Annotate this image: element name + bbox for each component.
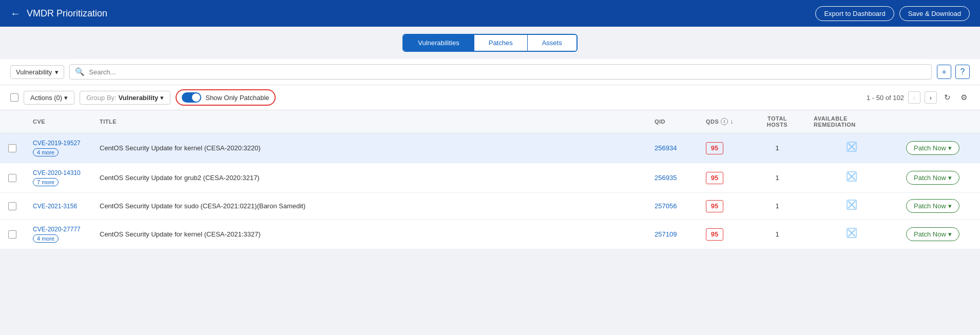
col-check xyxy=(0,110,25,133)
group-by-button[interactable]: Group By: Vulnerability ▾ xyxy=(80,91,170,105)
save-download-button[interactable]: Save & Download xyxy=(899,6,970,21)
cve-link[interactable]: CVE-2020-14310 xyxy=(33,169,83,176)
cve-more-badge[interactable]: 7 more xyxy=(33,178,59,186)
tab-group: Vulnerabilities Patches Assets xyxy=(402,34,577,52)
cve-more-badge[interactable]: 4 more xyxy=(33,148,59,156)
actions-dropdown-button[interactable]: Actions (0) ▾ xyxy=(24,91,74,105)
actions-right: 1 - 50 of 102 ‹ › ↻ ⚙ xyxy=(867,91,970,104)
settings-button[interactable]: ⚙ xyxy=(957,91,970,104)
vulnerability-title: CentOS Security Update for sudo (CESA-20… xyxy=(100,202,305,210)
remediation-icon xyxy=(846,199,857,210)
qid-link[interactable]: 257056 xyxy=(655,202,677,210)
row-checkbox-cell xyxy=(0,193,25,220)
cve-cell: CVE-2020-27777 4 more xyxy=(25,220,91,249)
tab-assets[interactable]: Assets xyxy=(528,35,577,51)
chevron-down-icon: ▾ xyxy=(55,68,59,76)
col-hosts-header: TOTAL HOSTS xyxy=(749,110,805,133)
search-input[interactable] xyxy=(89,68,926,76)
hosts-cell: 1 xyxy=(749,193,805,220)
remediation-cell xyxy=(805,163,898,193)
qds-sort-icon[interactable]: ↓ xyxy=(730,118,734,125)
search-icon: 🔍 xyxy=(75,67,85,76)
qid-cell: 257056 xyxy=(646,193,698,220)
action-cell: Patch Now ▾ xyxy=(898,193,980,220)
table-row: CVE-2019-19527 4 more CentOS Security Up… xyxy=(0,133,980,163)
tab-patches[interactable]: Patches xyxy=(474,35,528,51)
pagination-prev-button[interactable]: ‹ xyxy=(908,91,920,104)
remediation-cell xyxy=(805,133,898,163)
qds-cell: 95 xyxy=(698,220,749,249)
back-arrow-icon[interactable]: ← xyxy=(10,8,21,19)
qid-cell: 257109 xyxy=(646,220,698,249)
qds-badge: 95 xyxy=(706,172,723,184)
action-cell: Patch Now ▾ xyxy=(898,163,980,193)
remediation-icon xyxy=(846,171,857,182)
remediation-icon xyxy=(846,141,857,152)
toggle-label: Show Only Patchable xyxy=(205,94,269,102)
chevron-down-icon: ▾ xyxy=(160,94,164,102)
hosts-cell: 1 xyxy=(749,220,805,249)
chevron-down-icon: ▾ xyxy=(64,94,68,102)
title-cell: CentOS Security Update for kernel (CESA-… xyxy=(91,133,646,163)
qid-link[interactable]: 257109 xyxy=(655,230,677,238)
patch-now-button[interactable]: Patch Now ▾ xyxy=(906,227,959,241)
qid-cell: 256935 xyxy=(646,163,698,193)
hosts-cell: 1 xyxy=(749,163,805,193)
qds-info-icon[interactable]: i xyxy=(721,118,728,125)
title-cell: CentOS Security Update for sudo (CESA-20… xyxy=(91,193,646,220)
cve-cell: CVE-2019-19527 4 more xyxy=(25,133,91,163)
col-qid-header: QID xyxy=(646,110,698,133)
chevron-down-icon: ▾ xyxy=(948,174,952,182)
qid-link[interactable]: 256935 xyxy=(655,174,677,182)
chevron-down-icon: ▾ xyxy=(948,144,952,152)
row-checkbox-cell xyxy=(0,133,25,163)
chevron-down-icon: ▾ xyxy=(948,230,952,238)
vulnerabilities-table: CVE TITLE QID QDS i ↓ TOTAL HOSTS AVAILA… xyxy=(0,110,980,249)
cve-link[interactable]: CVE-2021-3156 xyxy=(33,203,83,210)
col-cve-header: CVE xyxy=(25,110,91,133)
refresh-button[interactable]: ↻ xyxy=(941,91,953,104)
col-action-header xyxy=(898,110,980,133)
qds-badge: 95 xyxy=(706,200,723,212)
remediation-cell xyxy=(805,193,898,220)
cve-more-badge[interactable]: 4 more xyxy=(33,234,59,243)
patch-now-button[interactable]: Patch Now ▾ xyxy=(906,171,959,185)
vulnerability-title: CentOS Security Update for kernel (CESA-… xyxy=(100,230,261,238)
row-checkbox-cell xyxy=(0,163,25,193)
qds-badge: 95 xyxy=(706,228,723,241)
cve-link[interactable]: CVE-2020-27777 xyxy=(33,226,83,233)
add-button[interactable]: ＋ xyxy=(937,65,951,79)
row-checkbox-cell xyxy=(0,220,25,249)
tab-vulnerabilities[interactable]: Vulnerabilities xyxy=(403,35,474,51)
action-cell: Patch Now ▾ xyxy=(898,220,980,249)
help-button[interactable]: ? xyxy=(955,65,970,79)
patch-now-button[interactable]: Patch Now ▾ xyxy=(906,141,959,155)
remediation-cell xyxy=(805,220,898,249)
actions-label: Actions (0) xyxy=(30,94,62,102)
toggle-switch xyxy=(182,92,201,103)
patch-now-button[interactable]: Patch Now ▾ xyxy=(906,199,959,213)
cve-link[interactable]: CVE-2019-19527 xyxy=(33,140,83,147)
pagination-next-button[interactable]: › xyxy=(925,91,937,104)
select-all-checkbox[interactable] xyxy=(10,93,18,102)
col-remediation-header: AVAILABLE REMEDIATION xyxy=(805,110,898,133)
row-checkbox[interactable] xyxy=(8,202,16,210)
row-checkbox[interactable] xyxy=(8,144,16,152)
filter-select[interactable]: Vulnerability ▾ xyxy=(10,65,64,79)
title-cell: CentOS Security Update for grub2 (CESA-2… xyxy=(91,163,646,193)
row-checkbox[interactable] xyxy=(8,174,16,182)
group-by-value: Vulnerability xyxy=(119,94,159,102)
qds-cell: 95 xyxy=(698,163,749,193)
toolbar-icons: ＋ ? xyxy=(937,65,970,79)
row-checkbox[interactable] xyxy=(8,230,16,239)
qds-badge: 95 xyxy=(706,142,723,154)
col-qds-header: QDS i ↓ xyxy=(698,110,749,133)
export-dashboard-button[interactable]: Export to Dashboard xyxy=(815,6,894,21)
group-by-prefix: Group By: xyxy=(86,94,117,102)
qid-link[interactable]: 256934 xyxy=(655,144,677,152)
action-cell: Patch Now ▾ xyxy=(898,133,980,163)
page-title: VMDR Prioritization xyxy=(27,8,107,19)
show-only-patchable-toggle[interactable]: Show Only Patchable xyxy=(176,89,275,106)
table-header-row: CVE TITLE QID QDS i ↓ TOTAL HOSTS AVAILA… xyxy=(0,110,980,133)
table-row: CVE-2020-14310 7 more CentOS Security Up… xyxy=(0,163,980,193)
